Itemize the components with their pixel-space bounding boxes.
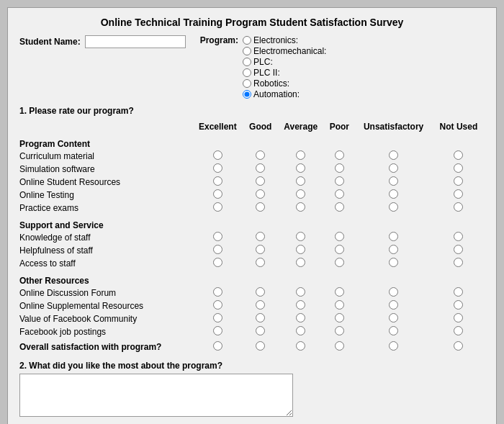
rating-radio[interactable] <box>389 176 398 186</box>
program-radio-automation[interactable] <box>243 90 251 99</box>
rating-radio[interactable] <box>389 287 398 297</box>
rating-radio[interactable] <box>296 232 305 241</box>
program-option-electronics[interactable]: Electronics: <box>243 35 326 45</box>
rating-radio[interactable] <box>389 300 398 310</box>
program-radio-electronics[interactable] <box>243 36 251 45</box>
rating-radio[interactable] <box>256 202 265 212</box>
rating-radio[interactable] <box>256 150 265 160</box>
rating-radio[interactable] <box>335 232 344 241</box>
student-name-input[interactable] <box>85 35 186 48</box>
rating-radio[interactable] <box>389 189 398 199</box>
rating-radio[interactable] <box>213 326 222 335</box>
question2-label: 2. What did you like the most about the … <box>19 361 485 371</box>
rating-radio[interactable] <box>256 232 265 241</box>
rating-radio[interactable] <box>389 258 398 267</box>
rating-radio[interactable] <box>296 287 305 297</box>
radio-cell <box>324 202 354 215</box>
rating-radio[interactable] <box>454 189 463 199</box>
rating-radio[interactable] <box>213 313 222 322</box>
overall-rating-radio[interactable] <box>454 341 463 351</box>
rating-radio[interactable] <box>335 163 344 173</box>
rating-radio[interactable] <box>256 258 265 267</box>
rating-radio[interactable] <box>213 258 222 267</box>
rating-radio[interactable] <box>335 313 344 322</box>
question2-textarea[interactable] <box>19 374 293 417</box>
program-radio-plc[interactable] <box>243 58 251 66</box>
rating-radio[interactable] <box>213 176 222 186</box>
program-option-robotics[interactable]: Robotics: <box>243 78 326 89</box>
rating-radio[interactable] <box>256 176 265 186</box>
rating-radio[interactable] <box>389 313 398 322</box>
rating-radio[interactable] <box>296 202 305 212</box>
rating-radio[interactable] <box>213 202 222 212</box>
rating-radio[interactable] <box>454 326 463 335</box>
rating-radio[interactable] <box>454 287 463 297</box>
overall-radio-cell <box>324 338 354 353</box>
rating-radio[interactable] <box>454 258 463 267</box>
rating-radio[interactable] <box>389 245 398 254</box>
rating-radio[interactable] <box>213 150 222 160</box>
rating-radio[interactable] <box>213 245 222 254</box>
rating-radio[interactable] <box>256 326 265 335</box>
rating-radio[interactable] <box>454 313 463 322</box>
rating-radio[interactable] <box>335 300 344 310</box>
program-option-plc[interactable]: PLC: <box>243 57 326 67</box>
rating-radio[interactable] <box>335 189 344 199</box>
rating-radio[interactable] <box>256 245 265 254</box>
program-option-automation[interactable]: Automation: <box>243 89 326 99</box>
rating-radio[interactable] <box>335 258 344 267</box>
rating-radio[interactable] <box>335 245 344 254</box>
rating-radio[interactable] <box>296 326 305 335</box>
rating-radio[interactable] <box>296 258 305 267</box>
table-row: Value of Facebook Community <box>19 312 485 325</box>
program-option-plc2[interactable]: PLC II: <box>243 68 326 78</box>
rating-radio[interactable] <box>389 326 398 335</box>
rating-radio[interactable] <box>335 150 344 160</box>
rating-radio[interactable] <box>454 176 463 186</box>
rating-radio[interactable] <box>335 176 344 186</box>
program-radio-plc2[interactable] <box>243 68 251 77</box>
rating-radio[interactable] <box>296 300 305 310</box>
radio-cell <box>324 150 354 163</box>
program-radio-robotics[interactable] <box>243 79 251 88</box>
rating-radio[interactable] <box>454 202 463 212</box>
rating-radio[interactable] <box>389 202 398 212</box>
rating-radio[interactable] <box>389 163 398 173</box>
program-option-electromechanical[interactable]: Electromechanical: <box>243 46 326 56</box>
program-section: Program: Electronics:Electromechanical:P… <box>200 35 327 100</box>
overall-rating-radio[interactable] <box>296 341 305 351</box>
rating-radio[interactable] <box>256 163 265 173</box>
rating-radio[interactable] <box>256 300 265 310</box>
rating-radio[interactable] <box>389 232 398 241</box>
rating-radio[interactable] <box>296 245 305 254</box>
rating-radio[interactable] <box>335 202 344 212</box>
overall-radio-cell <box>243 338 277 353</box>
overall-rating-radio[interactable] <box>213 341 222 351</box>
rating-radio[interactable] <box>213 163 222 173</box>
radio-cell <box>277 202 324 215</box>
rating-radio[interactable] <box>296 313 305 322</box>
rating-radio[interactable] <box>454 163 463 173</box>
rating-radio[interactable] <box>256 189 265 199</box>
rating-radio[interactable] <box>389 150 398 160</box>
program-radio-electromechanical[interactable] <box>243 47 251 55</box>
rating-radio[interactable] <box>335 326 344 335</box>
overall-rating-radio[interactable] <box>389 341 398 351</box>
rating-radio[interactable] <box>454 245 463 254</box>
rating-radio[interactable] <box>213 232 222 241</box>
rating-radio[interactable] <box>454 232 463 241</box>
overall-rating-radio[interactable] <box>335 341 344 351</box>
rating-radio[interactable] <box>296 189 305 199</box>
rating-radio[interactable] <box>454 300 463 310</box>
overall-rating-radio[interactable] <box>256 341 265 351</box>
rating-radio[interactable] <box>213 287 222 297</box>
rating-radio[interactable] <box>335 287 344 297</box>
rating-radio[interactable] <box>213 300 222 310</box>
rating-radio[interactable] <box>296 150 305 160</box>
rating-radio[interactable] <box>296 176 305 186</box>
rating-radio[interactable] <box>256 287 265 297</box>
rating-radio[interactable] <box>454 150 463 160</box>
rating-radio[interactable] <box>256 313 265 322</box>
rating-radio[interactable] <box>213 189 222 199</box>
rating-radio[interactable] <box>296 163 305 173</box>
